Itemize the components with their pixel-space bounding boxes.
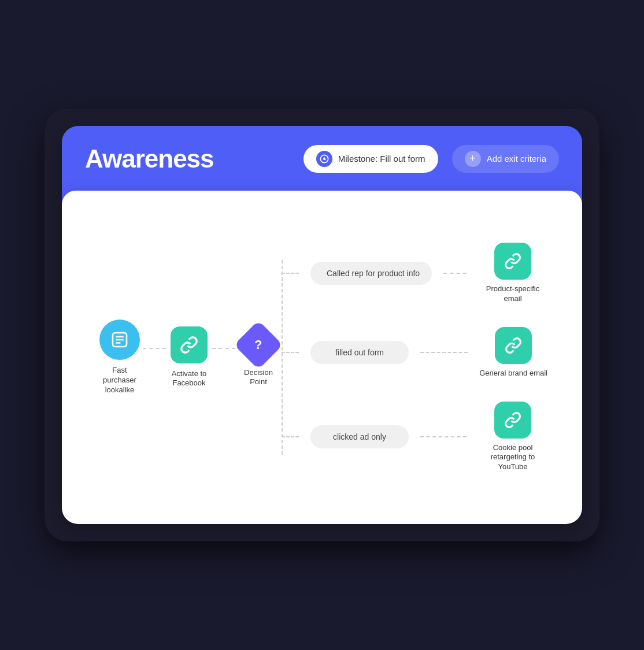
svg-point-1 (323, 158, 325, 160)
connector-1 (143, 348, 166, 349)
flow-diagram: Fast purchaser lookalike Activate to Fac… (85, 220, 559, 495)
action-pill-called-rep: Called rep for product info (310, 262, 432, 285)
list-icon (99, 320, 140, 360)
node-decision-point[interactable]: ? Decision Point (235, 328, 282, 388)
activate-facebook-label: Activate to Facebook (166, 369, 212, 389)
branch-h-line-3 (282, 436, 299, 437)
outcome-label-1: Product-specific email (478, 284, 547, 304)
branch-called-rep: Called rep for product info Product-spec… (282, 231, 547, 315)
outcome-icon-2 (495, 327, 532, 364)
connector-2 (212, 348, 235, 349)
outcome-icon-3 (494, 402, 531, 439)
plus-icon: + (465, 151, 481, 167)
question-mark: ? (254, 337, 262, 352)
page-title: Awareness (85, 144, 290, 173)
branch-h-line-1 (282, 273, 299, 274)
flow-content: Fast purchaser lookalike Activate to Fac… (62, 191, 582, 524)
arrow-line-3 (420, 436, 467, 437)
fast-purchaser-label: Fast purchaser lookalike (97, 366, 143, 395)
milestone-label: Milestone: Fill out form (338, 154, 425, 164)
decision-diamond: ? (234, 320, 283, 369)
left-nodes: Fast purchaser lookalike Activate to Fac… (97, 320, 282, 395)
branch-clicked-ad: clicked ad only Cookie pool retargeting … (282, 390, 547, 484)
arrow-line-1 (443, 273, 467, 274)
action-pill-filled-form: filled out form (310, 341, 409, 364)
outcome-node-1[interactable]: Product-specific email (478, 243, 547, 304)
outcome-node-2[interactable]: General brand email (479, 327, 547, 378)
milestone-badge[interactable]: Milestone: Fill out form (304, 145, 438, 173)
node-fast-purchaser[interactable]: Fast purchaser lookalike (97, 320, 143, 395)
decision-point-label: Decision Point (235, 368, 282, 388)
add-exit-label: Add exit criteria (487, 154, 546, 164)
card-wrapper: Awareness Milestone: Fill out form + Add… (62, 126, 582, 524)
add-exit-button[interactable]: + Add exit criteria (452, 145, 559, 173)
branches-section: Called rep for product info Product-spec… (282, 231, 547, 484)
milestone-icon (316, 151, 332, 167)
outcome-label-3: Cookie pool retargeting to YouTube (478, 443, 547, 473)
arrow-line-2 (420, 352, 468, 353)
branch-h-line-2 (282, 352, 299, 353)
outcome-icon-1 (494, 243, 531, 280)
branch-filled-form: filled out form General brand email (282, 315, 547, 390)
chain-icon-activate (171, 326, 208, 363)
node-activate-facebook[interactable]: Activate to Facebook (166, 326, 212, 389)
outcome-node-3[interactable]: Cookie pool retargeting to YouTube (478, 402, 547, 473)
device-frame: Awareness Milestone: Fill out form + Add… (45, 109, 599, 541)
outcome-label-2: General brand email (479, 369, 547, 378)
action-pill-clicked-ad: clicked ad only (310, 425, 409, 448)
